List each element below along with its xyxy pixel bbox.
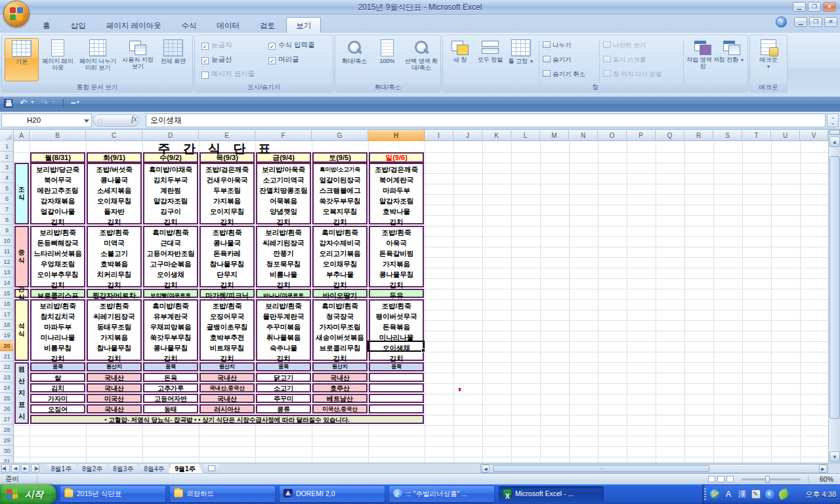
last-sheet-icon[interactable]: ▕▶ xyxy=(31,464,39,472)
cell-B16[interactable]: 보리밥/흰죽 xyxy=(32,301,84,311)
cell-E19[interactable]: 호박부추전 xyxy=(201,332,253,343)
tab-review[interactable]: 검토 xyxy=(251,18,284,33)
column-header-F[interactable]: F xyxy=(255,130,312,141)
custom-views-button[interactable]: 사용자 지정 보기 xyxy=(120,38,156,81)
row-header-14[interactable]: 14 xyxy=(0,278,14,288)
cell-D19[interactable]: 쑥갓두부무침 xyxy=(144,332,197,343)
page-layout-view-button[interactable]: 페이지 레이아웃 xyxy=(40,38,75,81)
cell-D13[interactable]: 오이생채 xyxy=(144,269,197,280)
sheet-tab-8월3주[interactable]: 8월3주 xyxy=(106,464,140,474)
column-header-N[interactable]: N xyxy=(569,130,598,141)
cell-D11[interactable]: 고등어자반조림 xyxy=(144,248,197,259)
cell-B22[interactable]: 품목 xyxy=(30,362,85,371)
column-header-G[interactable]: G xyxy=(312,130,368,141)
zoom-to-selection-button[interactable]: 선택 영역 확대/축소 xyxy=(404,38,439,81)
tab-formulas[interactable]: 수식 xyxy=(172,18,205,33)
column-header-J[interactable]: J xyxy=(453,130,482,141)
cell-D12[interactable]: 고구마순볶음 xyxy=(144,259,197,269)
vertical-scrollbar[interactable]: ▲ ▼ xyxy=(828,130,840,463)
row-header-22[interactable]: 22 xyxy=(0,362,14,372)
name-box[interactable]: H20 xyxy=(1,114,92,127)
freeze-panes-button[interactable]: 틀 고정 ▼ xyxy=(506,38,536,81)
cell-D3[interactable]: 흑미밥/야채죽 xyxy=(144,164,197,175)
cell-D23[interactable]: 돈육 xyxy=(143,373,198,382)
column-header-O[interactable]: O xyxy=(598,130,627,141)
first-sheet-icon[interactable]: ◀▏ xyxy=(1,464,10,472)
cell-G4[interactable]: 얼갈이된장국 xyxy=(314,175,366,185)
cell-B23[interactable]: 쌀 xyxy=(30,373,85,382)
zoom-slider[interactable] xyxy=(742,478,801,480)
cell-D24[interactable]: 고추가루 xyxy=(143,383,198,392)
pen-status-icon[interactable] xyxy=(778,488,789,500)
cell-G7[interactable]: 오복지무침 xyxy=(314,206,366,217)
cell-H26[interactable] xyxy=(369,404,424,413)
row-header-29[interactable]: 29 xyxy=(0,435,14,446)
cell-F16[interactable]: 보리밥/흰죽 xyxy=(257,301,310,311)
column-header-P[interactable]: P xyxy=(627,130,656,141)
cell-F24[interactable]: 소고기 xyxy=(256,383,311,392)
formula-bar-checkbox[interactable]: ✓수식 입력줄 xyxy=(268,41,314,51)
cell-H17[interactable]: 팽이버섯무국 xyxy=(370,311,423,322)
hide-button[interactable]: 숨기기 xyxy=(543,54,572,66)
cell-C13[interactable]: 치커리무침 xyxy=(88,269,140,280)
expand-formula-bar-icon[interactable]: ⌄⌄ xyxy=(827,114,839,127)
cell-B13[interactable]: 오이부추무침 xyxy=(32,269,84,280)
row-header-31[interactable]: 31 xyxy=(0,456,14,463)
row-header-18[interactable]: 18 xyxy=(0,320,14,330)
cell-F11[interactable]: 깐풍기 xyxy=(257,248,310,259)
cell-E24[interactable]: 국내산,중국산 xyxy=(200,383,255,392)
tab-insert[interactable]: 삽입 xyxy=(62,18,95,33)
cell-C10[interactable]: 미역국 xyxy=(88,238,140,248)
cell-F9[interactable]: 보리밥/흰죽 xyxy=(257,227,310,238)
cell-B26[interactable]: 오징어 xyxy=(30,404,85,413)
view-page-break-icon[interactable] xyxy=(726,476,734,482)
cell-H22[interactable]: 품목 xyxy=(369,362,424,371)
workbook-close-button[interactable]: ✕ xyxy=(824,17,837,27)
horizontal-scroll-thumb[interactable] xyxy=(493,465,709,472)
insert-worksheet-tab[interactable] xyxy=(201,464,223,474)
cell-F23[interactable]: 닭고기 xyxy=(256,373,311,382)
undo-icon[interactable] xyxy=(20,99,29,107)
cell-B2[interactable]: 월(8/31) xyxy=(30,152,85,163)
cell-F25[interactable]: 주꾸미 xyxy=(256,394,311,403)
cell-C12[interactable]: 호박볶음 xyxy=(88,259,140,269)
cell-H11[interactable]: 돈육갈비찜 xyxy=(370,248,423,259)
cell-E13[interactable]: 단무지 xyxy=(201,269,253,280)
column-header-I[interactable]: I xyxy=(425,130,453,141)
insert-function-icon[interactable]: fx xyxy=(131,114,137,124)
cell-C4[interactable]: 콩나물국 xyxy=(88,175,140,185)
cell-B19[interactable]: 미나리나물 xyxy=(32,332,84,343)
row-header-19[interactable]: 19 xyxy=(0,330,14,341)
cell-B7[interactable]: 얼갈이나물 xyxy=(32,206,84,217)
cell-H7[interactable]: 호박나물 xyxy=(370,206,423,217)
cell-B11[interactable]: 느타리버섯볶음 xyxy=(32,248,84,259)
workbook-minimize-button[interactable]: ▁ xyxy=(794,17,807,27)
active-cell-H20[interactable] xyxy=(368,341,425,352)
cell-C9[interactable]: 조밥/흰죽 xyxy=(88,227,140,238)
ime-pad-icon[interactable] xyxy=(751,490,761,499)
taskbar-button-3[interactable]: DOREMI 2,0 xyxy=(280,486,385,502)
cell-F17[interactable]: 물만두계란국 xyxy=(257,311,310,322)
row-header-6[interactable]: 6 xyxy=(0,194,14,204)
cell-E25[interactable]: 국내산 xyxy=(200,394,255,403)
cell-E11[interactable]: 돈육카레 xyxy=(201,248,253,259)
column-header-T[interactable]: T xyxy=(742,130,771,141)
row-header-1[interactable]: 1 xyxy=(0,141,14,152)
new-window-button[interactable]: 새 창 xyxy=(446,38,474,81)
cell-C6[interactable]: 오이채무침 xyxy=(88,196,140,206)
cell-G22[interactable]: 원산지 xyxy=(312,362,368,371)
row-header-25[interactable]: 25 xyxy=(0,393,14,404)
cell-F18[interactable]: 주꾸미볶음 xyxy=(257,322,310,332)
cell-D9[interactable]: 흑미밥/흰죽 xyxy=(144,227,197,238)
cell-C19[interactable]: 가지볶음 xyxy=(88,332,140,343)
formula-input[interactable]: 오이생채 xyxy=(146,114,826,127)
cell-H25[interactable] xyxy=(369,394,424,403)
cell-D5[interactable]: 계란찜 xyxy=(144,185,197,196)
macros-button[interactable]: 매크로▼ xyxy=(753,38,784,81)
cell-G16[interactable]: 흑미밥/흰죽 xyxy=(314,301,366,311)
column-header-B[interactable]: B xyxy=(30,130,86,141)
cell-E23[interactable]: 국내산 xyxy=(200,373,255,382)
view-page-layout-icon[interactable] xyxy=(717,476,724,482)
cell-B18[interactable]: 마파두부 xyxy=(32,322,84,332)
zoom-slider-handle[interactable] xyxy=(765,476,770,483)
